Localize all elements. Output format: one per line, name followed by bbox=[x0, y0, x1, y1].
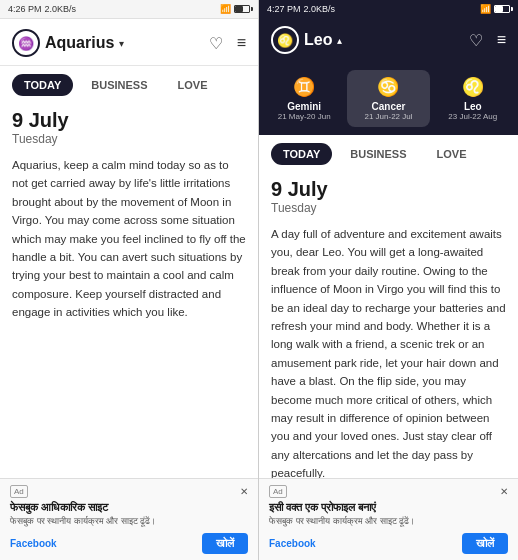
chevron-down-icon-left[interactable]: ▾ bbox=[119, 38, 124, 49]
ad-title-right: इसी वक्त एक प्रोफाइल बनाएं bbox=[269, 501, 508, 514]
wifi-icon-right: 📶 bbox=[480, 4, 491, 14]
cancer-label: Cancer bbox=[372, 101, 406, 112]
content-left: 9 July Tuesday Aquarius, keep a calm min… bbox=[0, 96, 258, 478]
chevron-down-icon-right[interactable]: ▴ bbox=[337, 35, 342, 46]
menu-icon-left[interactable]: ≡ bbox=[237, 34, 246, 52]
battery-icon-left bbox=[234, 5, 250, 13]
ad-footer-left: Facebook खोलें bbox=[10, 533, 248, 554]
favorite-icon-right[interactable]: ♡ bbox=[469, 31, 483, 50]
day-name-right: Tuesday bbox=[271, 201, 506, 215]
day-name-left: Tuesday bbox=[12, 132, 246, 146]
ad-close-right[interactable]: ✕ bbox=[500, 486, 508, 497]
sign-name-right: Leo bbox=[304, 31, 332, 49]
app-header-left: ♒ Aquarius ▾ ♡ ≡ bbox=[0, 19, 258, 66]
gemini-dates: 21 May-20 Jun bbox=[278, 112, 331, 121]
sign-logo-right: ♌ bbox=[271, 26, 299, 54]
ad-title-left: फेसबुक आधिकारिक साइट bbox=[10, 501, 248, 514]
wifi-icon-left: 📶 bbox=[220, 4, 231, 14]
tab-love-right[interactable]: LOVE bbox=[425, 143, 479, 165]
sign-name-left: Aquarius bbox=[45, 34, 114, 52]
cancer-symbol: ♋ bbox=[377, 76, 399, 98]
date-heading-right: 9 July bbox=[271, 177, 506, 201]
screen-left: 4:26 PM 2.0KB/s 📶 ♒ Aquarius ▾ ♡ ≡ bbox=[0, 0, 259, 560]
leo-symbol: ♌ bbox=[462, 76, 484, 98]
ad-button-left[interactable]: खोलें bbox=[202, 533, 248, 554]
ad-header-left: Ad ✕ bbox=[10, 485, 248, 498]
header-icons-right: ♡ ≡ bbox=[469, 31, 506, 50]
leo-label: Leo bbox=[464, 101, 482, 112]
ad-tag-right: Ad bbox=[269, 485, 287, 498]
gemini-label: Gemini bbox=[287, 101, 321, 112]
ad-source-left: Facebook bbox=[10, 538, 57, 549]
ad-tag-left: Ad bbox=[10, 485, 28, 498]
screen-right: 4:27 PM 2.0KB/s 📶 ♌ Leo ▴ ♡ ≡ bbox=[259, 0, 518, 560]
horoscope-text-right: A day full of adventure and excitement a… bbox=[271, 225, 506, 478]
sign-selector: ♊ Gemini 21 May-20 Jun ♋ Cancer 21 Jun-2… bbox=[259, 62, 518, 135]
tab-today-right[interactable]: TODAY bbox=[271, 143, 332, 165]
tab-business-right[interactable]: BUSINESS bbox=[338, 143, 418, 165]
status-bar-right: 4:27 PM 2.0KB/s 📶 bbox=[259, 0, 518, 18]
favorite-icon-left[interactable]: ♡ bbox=[209, 34, 223, 53]
ad-subtitle-left: फेसबुक पर स्थानीय कार्यक्रम और साइट ढूंढ… bbox=[10, 516, 248, 527]
ad-button-right[interactable]: खोलें bbox=[462, 533, 508, 554]
time-right: 4:27 PM bbox=[267, 4, 301, 14]
tabs-right: TODAY BUSINESS LOVE bbox=[259, 135, 518, 165]
app-header-right: ♌ Leo ▴ ♡ ≡ bbox=[259, 18, 518, 62]
header-icons-left: ♡ ≡ bbox=[209, 34, 246, 53]
tab-today-left[interactable]: TODAY bbox=[12, 74, 73, 96]
cancer-dates: 21 Jun-22 Jul bbox=[364, 112, 412, 121]
header-left-group[interactable]: ♒ Aquarius ▾ bbox=[12, 29, 124, 57]
horoscope-text-left: Aquarius, keep a calm mind today so as t… bbox=[12, 156, 246, 322]
gemini-symbol: ♊ bbox=[293, 76, 315, 98]
menu-icon-right[interactable]: ≡ bbox=[497, 31, 506, 49]
sign-logo-left: ♒ bbox=[12, 29, 40, 57]
battery-icon-right bbox=[494, 5, 510, 13]
tab-business-left[interactable]: BUSINESS bbox=[79, 74, 159, 96]
ad-source-right: Facebook bbox=[269, 538, 316, 549]
date-heading-left: 9 July bbox=[12, 108, 246, 132]
ad-close-left[interactable]: ✕ bbox=[240, 486, 248, 497]
tab-love-left[interactable]: LOVE bbox=[166, 74, 220, 96]
sign-item-leo[interactable]: ♌ Leo 23 Jul-22 Aug bbox=[432, 70, 514, 127]
sign-item-cancer[interactable]: ♋ Cancer 21 Jun-22 Jul bbox=[347, 70, 429, 127]
header-left-group-right[interactable]: ♌ Leo ▴ bbox=[271, 26, 342, 54]
tabs-left: TODAY BUSINESS LOVE bbox=[0, 66, 258, 96]
ad-header-right: Ad ✕ bbox=[269, 485, 508, 498]
content-right: 9 July Tuesday A day full of adventure a… bbox=[259, 165, 518, 478]
data-speed-left: 2.0KB/s bbox=[45, 4, 77, 14]
ad-banner-right: Ad ✕ इसी वक्त एक प्रोफाइल बनाएं फेसबुक प… bbox=[259, 478, 518, 560]
time-left: 4:26 PM bbox=[8, 4, 42, 14]
ad-banner-left: Ad ✕ फेसबुक आधिकारिक साइट फेसबुक पर स्था… bbox=[0, 478, 258, 560]
data-speed-right: 2.0KB/s bbox=[304, 4, 336, 14]
status-bar-left: 4:26 PM 2.0KB/s 📶 bbox=[0, 0, 258, 19]
leo-dates: 23 Jul-22 Aug bbox=[448, 112, 497, 121]
sign-item-gemini[interactable]: ♊ Gemini 21 May-20 Jun bbox=[263, 70, 345, 127]
ad-subtitle-right: फेसबुक पर स्थानीय कार्यक्रम और साइट ढूंढ… bbox=[269, 516, 508, 527]
ad-footer-right: Facebook खोलें bbox=[269, 533, 508, 554]
